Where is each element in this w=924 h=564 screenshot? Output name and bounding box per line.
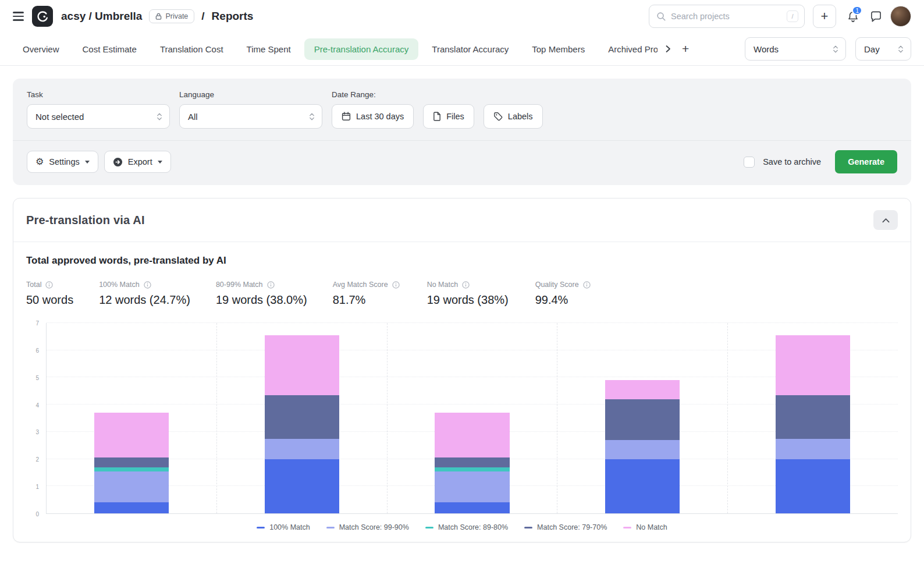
logo-glyph <box>36 10 49 23</box>
legend-label: Match Score: 79-70% <box>537 523 607 531</box>
updown-chevrons-icon <box>898 45 904 54</box>
labels-button-label: Labels <box>508 112 533 121</box>
search-input[interactable] <box>671 12 782 21</box>
stat-value: 19 words (38.0%) <box>216 293 307 307</box>
bar-segment-match-score-79-70-[interactable] <box>94 457 169 467</box>
bar-segment-match-score-79-70-[interactable] <box>605 399 680 440</box>
unit-select[interactable]: Words <box>745 37 846 61</box>
bar-segment-no-match[interactable] <box>265 335 339 395</box>
updown-chevrons-icon <box>833 45 838 54</box>
breadcrumb-page: Reports <box>212 10 254 23</box>
tabs-overflow-button[interactable] <box>661 42 675 55</box>
info-icon[interactable] <box>45 281 53 289</box>
bar-segment-match-score-99-90-[interactable] <box>265 439 339 459</box>
bar-segment-match-score-99-90-[interactable] <box>435 471 509 503</box>
tab-time-spent[interactable]: Time Spent <box>237 38 301 60</box>
stat-label-row: Quality Score <box>535 281 591 289</box>
stacked-bar[interactable] <box>435 323 509 513</box>
breadcrumb-separator: / <box>201 10 204 23</box>
info-icon[interactable] <box>267 281 275 289</box>
messages-button[interactable] <box>870 10 882 23</box>
report-filter-panel: Task Not selected Language All Date Rang… <box>13 79 911 185</box>
settings-dropdown-button[interactable]: ⚙ Settings <box>27 151 98 173</box>
tabs-right-controls: Words Day <box>745 37 911 61</box>
stat-total: Total50 words <box>26 281 73 307</box>
stacked-bar[interactable] <box>265 323 339 513</box>
generate-button[interactable]: Generate <box>835 150 897 173</box>
bar-segment-match-score-99-90-[interactable] <box>94 471 169 503</box>
file-icon <box>433 112 441 121</box>
stat-label-row: 80-99% Match <box>216 281 307 289</box>
notifications-button[interactable]: 1 <box>844 8 862 25</box>
y-axis-tick-label: 7 <box>35 320 39 327</box>
collapse-card-button[interactable] <box>873 210 898 230</box>
info-icon[interactable] <box>462 281 470 289</box>
bar-segment-no-match[interactable] <box>435 413 509 457</box>
bar-segment-100-match[interactable] <box>265 459 339 513</box>
bar-segment-match-score-79-70-[interactable] <box>776 395 850 439</box>
export-dropdown-button[interactable]: Export <box>104 151 171 173</box>
unit-select-value: Words <box>754 44 779 54</box>
tab-archived-projects[interactable]: Archived Projects <box>598 38 658 60</box>
bar-segment-no-match[interactable] <box>776 335 850 395</box>
bar-segment-100-match[interactable] <box>94 502 169 513</box>
stacked-bar[interactable] <box>94 323 169 513</box>
tab-pre-translation-accuracy[interactable]: Pre-translation Accuracy <box>304 38 419 60</box>
bar-segment-no-match[interactable] <box>605 380 680 399</box>
date-range-button[interactable]: Last 30 days <box>332 104 414 129</box>
legend-item-match-score-79-70-[interactable]: Match Score: 79-70% <box>524 523 607 531</box>
user-avatar[interactable] <box>890 6 911 27</box>
add-report-tab-button[interactable]: + <box>678 40 692 58</box>
tab-overview[interactable]: Overview <box>13 38 69 60</box>
search-box[interactable]: / <box>649 5 805 28</box>
bar-segment-100-match[interactable] <box>776 459 850 513</box>
tab-translator-accuracy[interactable]: Translator Accuracy <box>422 38 518 60</box>
task-select[interactable]: Not selected <box>27 104 170 129</box>
bar-segment-match-score-99-90-[interactable] <box>776 439 850 459</box>
tab-top-members[interactable]: Top Members <box>522 38 595 60</box>
bar-segment-100-match[interactable] <box>605 459 680 513</box>
chart-plot <box>46 323 898 514</box>
bar-segment-match-score-89-80-[interactable] <box>94 467 169 471</box>
bar-segment-100-match[interactable] <box>435 502 509 513</box>
info-icon[interactable] <box>583 281 591 289</box>
bar-segment-match-score-79-70-[interactable] <box>265 395 339 439</box>
legend-item-100-match[interactable]: 100% Match <box>257 523 310 531</box>
info-icon[interactable] <box>392 281 400 289</box>
info-icon[interactable] <box>144 281 151 289</box>
app-logo[interactable] <box>32 6 53 27</box>
legend-item-match-score-89-80-[interactable]: Match Score: 89-80% <box>425 523 508 531</box>
bar-segment-match-score-99-90-[interactable] <box>605 440 680 459</box>
legend-item-no-match[interactable]: No Match <box>623 523 667 531</box>
stat-label-row: Avg Match Score <box>333 281 401 289</box>
legend-label: No Match <box>636 523 667 531</box>
period-select[interactable]: Day <box>855 37 911 61</box>
bar-segment-match-score-89-80-[interactable] <box>435 467 509 471</box>
task-select-value: Not selected <box>35 112 84 122</box>
export-icon <box>113 157 123 167</box>
tab-cost-estimate[interactable]: Cost Estimate <box>73 38 147 60</box>
language-select[interactable]: All <box>179 104 322 129</box>
period-select-value: Day <box>864 44 880 54</box>
privacy-label: Private <box>165 12 188 20</box>
tab-translation-cost[interactable]: Translation Cost <box>150 38 233 60</box>
stacked-bar[interactable] <box>776 323 850 513</box>
stat-value: 12 words (24.7%) <box>99 293 190 307</box>
stat-value: 99.4% <box>535 293 591 307</box>
breadcrumb-org-project[interactable]: acsy / Umbrella <box>61 10 142 23</box>
hamburger-menu-button[interactable] <box>13 12 24 20</box>
legend-item-match-score-99-90-[interactable]: Match Score: 99-90% <box>326 523 409 531</box>
stat-label: 100% Match <box>99 281 139 289</box>
create-project-button[interactable]: + <box>813 5 836 28</box>
labels-filter-button[interactable]: Labels <box>484 104 543 129</box>
legend-label: 100% Match <box>269 523 310 531</box>
settings-button-label: Settings <box>49 157 79 166</box>
report-tabs-bar: OverviewCost EstimateTranslation CostTim… <box>0 33 924 66</box>
bar-segment-match-score-79-70-[interactable] <box>435 457 509 467</box>
tag-icon <box>493 112 503 121</box>
stacked-bar[interactable] <box>605 323 680 513</box>
bar-segment-no-match[interactable] <box>94 413 169 457</box>
files-button-label: Files <box>446 112 464 121</box>
save-to-archive-checkbox[interactable] <box>744 157 755 168</box>
files-filter-button[interactable]: Files <box>423 104 474 129</box>
